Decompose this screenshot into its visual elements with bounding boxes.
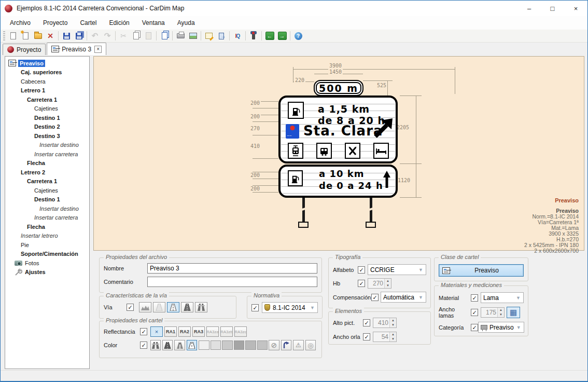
- color-swatch-shade-5[interactable]: [245, 340, 256, 350]
- save-icon[interactable]: [61, 31, 72, 42]
- tree-item-ajustes[interactable]: Ajustes: [5, 268, 89, 277]
- spin-down-icon[interactable]: ▼: [390, 323, 396, 328]
- color-circle-icon[interactable]: ◎: [305, 340, 316, 350]
- hb-checkbox[interactable]: ✓: [358, 280, 365, 287]
- via-road-faded-button[interactable]: [153, 302, 165, 312]
- ancho-lamas-checkbox[interactable]: ✓: [471, 309, 478, 316]
- color-swatch-shade-1[interactable]: [199, 340, 209, 350]
- tree-item-destino-1b[interactable]: Destino 1: [5, 195, 89, 204]
- tree-item-cajetines-2[interactable]: Cajetines: [5, 186, 89, 195]
- tree-item-insertar-letrero[interactable]: Insertar letrero: [5, 231, 89, 241]
- reflectancia-ra2-button[interactable]: RA2: [178, 326, 191, 337]
- color-curved-arrow-icon[interactable]: [281, 340, 291, 350]
- measurements-icon[interactable]: IQ: [232, 31, 243, 42]
- ancho-lamas-stepper[interactable]: 175 ▲▼: [481, 307, 505, 318]
- reflectancia-checkbox[interactable]: ✓: [140, 328, 147, 335]
- clase-preaviso-button[interactable]: Preaviso: [439, 264, 524, 277]
- tree-item-caj-superiores[interactable]: Caj. superiores: [5, 68, 89, 77]
- save-all-icon[interactable]: [73, 31, 85, 42]
- reflectancia-none-button[interactable]: ×: [150, 326, 163, 337]
- reflectancia-ra3zc-button[interactable]: RA3zc: [234, 326, 247, 337]
- compensacion-checkbox[interactable]: ✓: [371, 294, 379, 301]
- undo-icon[interactable]: ↶: [89, 31, 101, 42]
- alto-pict-checkbox[interactable]: ✓: [363, 319, 370, 326]
- minimize-button[interactable]: –: [517, 1, 541, 16]
- tree-item-pie[interactable]: Pie: [5, 240, 89, 250]
- menu-ayuda[interactable]: Ayuda: [171, 17, 201, 29]
- via-road-dark-button[interactable]: [181, 302, 193, 312]
- reflectancia-ra1-button[interactable]: RA1: [164, 326, 177, 337]
- tab-proyecto[interactable]: Proyecto: [3, 44, 46, 55]
- compensacion-dropdown[interactable]: Automática ▼: [381, 292, 426, 303]
- nombre-input[interactable]: [147, 263, 317, 274]
- properties-icon[interactable]: [203, 31, 215, 42]
- tab-preaviso-3[interactable]: Preaviso 3 ×: [47, 43, 106, 55]
- spin-up-icon[interactable]: ▲: [390, 332, 396, 337]
- menu-cartel[interactable]: Cartel: [74, 17, 103, 29]
- normativa-dropdown[interactable]: 8.1-IC 2014 ▼: [262, 302, 318, 313]
- comentario-input[interactable]: [147, 277, 317, 287]
- via-road-dashed-button[interactable]: [167, 302, 179, 312]
- tab-close-icon[interactable]: ×: [94, 46, 102, 53]
- spin-down-icon[interactable]: ▼: [498, 312, 504, 317]
- color-road-dark-icon[interactable]: [162, 340, 173, 350]
- reflectancia-ra3zb-button[interactable]: RA3zb: [220, 326, 233, 337]
- tree-item-destino-1[interactable]: Destino 1: [5, 113, 89, 122]
- tree-item-insertar-destino[interactable]: Insertar destino: [5, 141, 89, 150]
- tree-item-flecha[interactable]: Flecha: [5, 159, 89, 168]
- color-prohibition-icon[interactable]: ⊘: [269, 340, 279, 350]
- color-road-median-icon[interactable]: [174, 340, 185, 350]
- categoria-checkbox[interactable]: ✓: [471, 324, 478, 331]
- delete-icon[interactable]: ✕: [45, 31, 56, 42]
- alfabeto-dropdown[interactable]: CCRIGE ▼: [368, 264, 426, 275]
- color-checkbox[interactable]: ✓: [140, 342, 147, 349]
- export-image-icon[interactable]: [187, 31, 199, 42]
- reflectancia-ra3za-button[interactable]: RA3za: [206, 326, 219, 337]
- lamas-table-button[interactable]: ▦: [507, 307, 520, 318]
- new-document-icon[interactable]: [7, 31, 19, 42]
- tree-item-cabecera[interactable]: Cabecera: [5, 77, 89, 86]
- categoria-dropdown[interactable]: Preaviso ▼: [478, 322, 524, 333]
- new-from-template-icon[interactable]: [20, 31, 31, 42]
- tree-item-letrero-1[interactable]: Letrero 1: [5, 86, 89, 96]
- color-swatch-shade-2[interactable]: [211, 340, 221, 350]
- color-swatch-shade-6[interactable]: [257, 340, 268, 350]
- tree-item-letrero-2[interactable]: Letrero 2: [5, 168, 89, 177]
- spin-down-icon[interactable]: ▼: [385, 283, 391, 288]
- hb-stepper[interactable]: 270 ▲▼: [368, 278, 391, 289]
- normativa-checkbox[interactable]: ✓: [251, 304, 259, 311]
- open-folder-icon[interactable]: [32, 31, 44, 42]
- cut-icon[interactable]: ✂: [118, 31, 129, 42]
- ancho-orla-stepper[interactable]: 54 ▲▼: [373, 332, 397, 342]
- sign-header-panel[interactable]: 500 m: [314, 80, 363, 96]
- color-highway-icon[interactable]: [150, 340, 161, 350]
- via-checkbox[interactable]: ✓: [127, 304, 134, 311]
- tree-item-cajetines[interactable]: Cajetines: [5, 104, 89, 114]
- tree-item-soporte-cimentacion[interactable]: Soporte/Cimentación: [5, 250, 89, 259]
- tree-item-carretera-1[interactable]: Carretera 1: [5, 95, 89, 104]
- material-checkbox[interactable]: ✓: [471, 294, 478, 302]
- menu-archivo[interactable]: Archivo: [4, 17, 37, 29]
- via-highway-button[interactable]: [195, 302, 207, 312]
- print-icon[interactable]: [175, 31, 186, 42]
- menu-proyecto[interactable]: Proyecto: [37, 17, 74, 29]
- color-road-white-icon[interactable]: [187, 340, 197, 350]
- toolbar-grip[interactable]: [3, 31, 5, 40]
- tree-item-destino-2[interactable]: Destino 2: [5, 122, 89, 132]
- help-icon[interactable]: ?: [292, 31, 304, 42]
- paste-icon[interactable]: [143, 31, 154, 42]
- tree-item-insertar-destino-2[interactable]: Insertar destino: [5, 204, 89, 213]
- tree-item-fotos[interactable]: Fotos: [5, 258, 89, 268]
- color-warning-triangle-icon[interactable]: ⚠: [293, 340, 303, 350]
- sign-preview-canvas[interactable]: 3900 1450 220 525 200 200 270 410 2205 2…: [93, 56, 584, 251]
- copy-icon[interactable]: [130, 31, 142, 42]
- close-button[interactable]: ×: [564, 1, 587, 16]
- tree-item-insertar-carretera-2[interactable]: Insertar carretera: [5, 213, 89, 223]
- color-swatch-shade-4[interactable]: [234, 340, 244, 350]
- spin-up-icon[interactable]: ▲: [390, 318, 396, 323]
- tree-item-destino-3[interactable]: Destino 3: [5, 131, 89, 141]
- menu-ventana[interactable]: Ventana: [136, 17, 171, 29]
- alto-pict-stepper[interactable]: 410 ▲▼: [373, 318, 397, 328]
- spin-up-icon[interactable]: ▲: [498, 308, 504, 312]
- alfabeto-checkbox[interactable]: ✓: [358, 266, 365, 274]
